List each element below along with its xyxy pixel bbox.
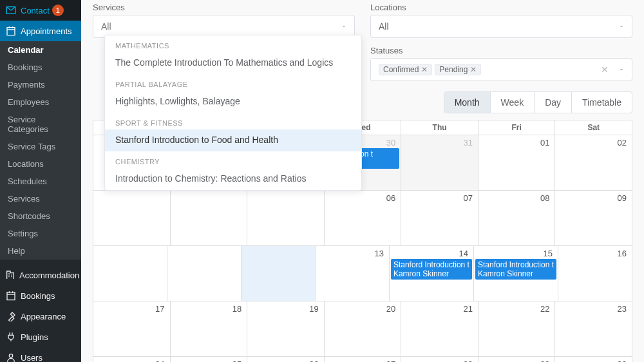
sidebar-sub-services[interactable]: Services <box>0 190 81 207</box>
calendar-cell[interactable]: 02 <box>555 135 632 191</box>
sidebar-sub-calendar[interactable]: Calendar <box>0 41 81 59</box>
calendar-date: 14 <box>459 249 468 258</box>
calendar-cell[interactable]: 31 <box>401 135 478 191</box>
calendar-cell[interactable]: 25 <box>171 357 248 362</box>
tag-label: Confirmed <box>383 65 419 74</box>
sidebar-item-label: Appearance <box>21 312 66 321</box>
statuses-select[interactable]: Confirmed✕Pending✕ ✕ <box>370 58 632 81</box>
sidebar-item-users[interactable]: Users <box>0 347 81 362</box>
close-icon[interactable]: ✕ <box>470 65 477 74</box>
admin-sidebar: Contact1Appointments CalendarBookingsPay… <box>0 0 81 362</box>
locations-select[interactable]: All <box>370 15 632 38</box>
calendar-date: 31 <box>463 138 472 148</box>
tag-label: Pending <box>439 65 468 74</box>
services-dropdown[interactable]: MATHEMATICSThe Complete Introduction To … <box>104 35 362 191</box>
calendar-cell[interactable]: 15Stanford Introduction tKamron Skinner <box>474 246 558 301</box>
calendar-date: 09 <box>618 193 627 203</box>
dropdown-item[interactable]: Highlights, Lowlights, Balayage <box>105 91 361 113</box>
calendar-date: 07 <box>463 193 472 203</box>
mail-icon <box>5 5 17 16</box>
sidebar-sub-schedules[interactable]: Schedules <box>0 173 81 190</box>
calendar-cell[interactable]: 21 <box>401 301 478 357</box>
view-tab-day[interactable]: Day <box>535 92 572 113</box>
status-tag-pending[interactable]: Pending✕ <box>435 64 481 75</box>
calendar-cell[interactable]: 06 <box>325 191 402 246</box>
dropdown-group-label: MATHEMATICS <box>105 35 361 52</box>
sidebar-item-appearance[interactable]: Appearance <box>0 306 81 327</box>
sidebar-sub-service-tags[interactable]: Service Tags <box>0 138 81 155</box>
sidebar-item-label: Bookings <box>21 291 55 301</box>
calendar-cell[interactable]: 22 <box>478 301 556 357</box>
dropdown-item[interactable]: Introduction to Chemistry: Reactions and… <box>105 168 361 190</box>
sidebar-sub-locations[interactable]: Locations <box>0 155 81 173</box>
calendar-cell[interactable]: 20 <box>325 301 402 357</box>
calendar-date: 01 <box>540 138 549 148</box>
sidebar-item-accommodation[interactable]: Accommodation <box>0 265 81 285</box>
calendar-cell[interactable]: 29 <box>478 357 556 362</box>
sidebar-item-bookings[interactable]: Bookings <box>0 285 81 306</box>
view-tab-month[interactable]: Month <box>444 92 491 113</box>
sidebar-item-appointments[interactable]: Appointments <box>0 21 81 41</box>
view-tab-week[interactable]: Week <box>491 92 535 113</box>
calendar-date: 24 <box>155 359 164 362</box>
calendar-cell[interactable]: 08 <box>478 191 556 246</box>
sidebar-item-label: Contact <box>21 6 50 15</box>
calendar-event[interactable]: Stanford Introduction tKamron Skinner <box>475 259 556 280</box>
sidebar-sub-settings[interactable]: Settings <box>0 225 81 242</box>
sidebar-sub-shortcodes[interactable]: Shortcodes <box>0 207 81 225</box>
sidebar-sub-employees[interactable]: Employees <box>0 93 81 111</box>
clear-icon[interactable]: ✕ <box>601 64 609 75</box>
view-tab-timetable[interactable]: Timetable <box>572 92 632 113</box>
brush-icon <box>5 310 17 322</box>
calendar-cell[interactable]: 23 <box>555 301 632 357</box>
calendar-cell[interactable] <box>247 191 325 246</box>
calendar-cell[interactable]: 19 <box>247 301 325 357</box>
sidebar-sub-help[interactable]: Help <box>0 242 81 260</box>
status-tag-confirmed[interactable]: Confirmed✕ <box>379 64 432 75</box>
calendar-date: 27 <box>386 359 395 362</box>
calendar-cell[interactable]: 13 <box>316 246 390 301</box>
close-icon[interactable]: ✕ <box>421 65 428 74</box>
locations-value: All <box>379 21 389 32</box>
dropdown-group-label: PARTIAL BALAYAGE <box>105 74 361 91</box>
calendar-cell[interactable] <box>93 191 171 246</box>
calendar-cell[interactable]: 17 <box>93 301 171 357</box>
sidebar-sub-service-categories[interactable]: Service Categories <box>0 111 81 138</box>
sidebar-item-plugins[interactable]: Plugins <box>0 327 81 347</box>
calendar-cell[interactable] <box>171 191 248 246</box>
calendar-date: 28 <box>463 359 472 362</box>
calendar-date: 02 <box>618 138 627 148</box>
calendar-cell[interactable]: 26 <box>247 357 325 362</box>
calendar-date: 08 <box>540 193 549 203</box>
calendar-cell[interactable]: 14Stanford Introduction tKamron Skinner <box>390 246 474 301</box>
calendar-cell[interactable]: 24 <box>93 357 171 362</box>
calendar-cell[interactable]: 16 <box>558 246 632 301</box>
dropdown-item[interactable]: Stanford Introduction to Food and Health <box>105 129 361 151</box>
calendar-dow-header: Thu <box>401 120 478 135</box>
statuses-label: Statuses <box>370 46 632 55</box>
calendar-cell[interactable]: 18 <box>171 301 248 357</box>
dropdown-item[interactable]: The Complete Introduction To Mathematics… <box>105 52 361 74</box>
calendar-cell[interactable]: 28 <box>401 357 478 362</box>
sidebar-item-label: Accommodation <box>19 271 79 280</box>
notification-badge: 1 <box>52 5 64 16</box>
calendar-cell[interactable] <box>93 246 167 301</box>
calendar-cell[interactable]: 27 <box>325 357 402 362</box>
calendar-cell[interactable]: 01 <box>478 135 556 191</box>
services-input[interactable] <box>101 21 334 32</box>
locations-label: Locations <box>370 3 632 12</box>
sidebar-sub-bookings[interactable]: Bookings <box>0 59 81 76</box>
calendar-cell[interactable]: 09 <box>555 191 632 246</box>
calendar-icon <box>5 290 17 301</box>
calendar-event[interactable]: Stanford Introduction tKamron Skinner <box>391 259 472 280</box>
calendar-cell[interactable]: 30 <box>555 357 632 362</box>
calendar-cell[interactable]: 07 <box>401 191 478 246</box>
chevron-down-icon <box>618 23 625 30</box>
calendar-date: 19 <box>309 304 318 314</box>
building-icon <box>5 269 15 281</box>
sidebar-item-contact[interactable]: Contact1 <box>0 0 81 21</box>
sidebar-sub-payments[interactable]: Payments <box>0 76 81 93</box>
sidebar-item-label: Appointments <box>21 26 72 36</box>
calendar-cell[interactable] <box>242 246 316 301</box>
calendar-cell[interactable] <box>167 246 242 301</box>
